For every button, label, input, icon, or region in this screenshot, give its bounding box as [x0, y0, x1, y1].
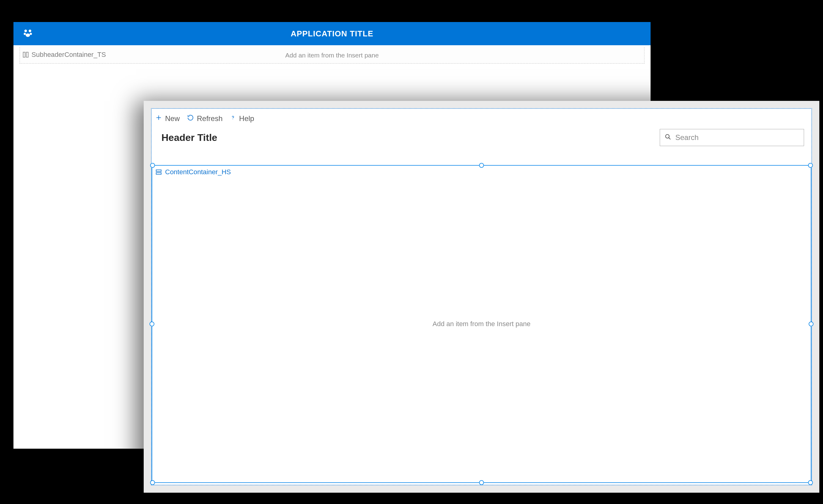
content-container[interactable]: ContentContainer_HS Add an item from the… [152, 165, 811, 483]
app-logo-icon [23, 28, 33, 39]
plus-icon [155, 114, 162, 123]
svg-line-11 [669, 138, 671, 140]
refresh-label: Refresh [197, 114, 222, 123]
container-vertical-icon [22, 51, 29, 58]
refresh-button[interactable]: Refresh [187, 114, 222, 123]
search-box[interactable] [660, 129, 804, 146]
resize-handle-left[interactable] [150, 322, 154, 326]
command-bar: New Refresh Help [152, 109, 811, 126]
resize-handle-top-right[interactable] [808, 163, 813, 168]
content-container-label: ContentContainer_HS [165, 168, 231, 176]
page-header-title: Header Title [161, 132, 217, 143]
svg-point-1 [29, 30, 31, 32]
content-placeholder-text: Add an item from the Insert pane [433, 320, 530, 328]
svg-point-10 [666, 135, 669, 138]
help-button[interactable]: Help [230, 114, 254, 123]
new-button[interactable]: New [155, 114, 180, 123]
screen-canvas[interactable]: New Refresh Help Header Title [151, 108, 812, 485]
resize-handle-bottom[interactable] [479, 480, 484, 485]
svg-point-3 [30, 33, 32, 35]
resize-handle-bottom-right[interactable] [808, 480, 813, 485]
svg-point-4 [26, 33, 30, 37]
svg-rect-6 [26, 52, 28, 57]
help-icon [230, 114, 236, 123]
app-title: APPLICATION TITLE [13, 29, 651, 38]
search-icon [664, 133, 672, 142]
refresh-icon [187, 114, 194, 123]
svg-rect-5 [23, 52, 25, 57]
content-container-tag: ContentContainer_HS [155, 168, 231, 176]
subheader-container[interactable]: SubheaderContainer_TS Add an item from t… [20, 47, 644, 63]
svg-rect-13 [156, 173, 161, 175]
designer-front-window: New Refresh Help Header Title [144, 101, 819, 493]
resize-handle-top[interactable] [479, 163, 484, 168]
resize-handle-right[interactable] [809, 322, 814, 326]
subheader-container-tag: SubheaderContainer_TS [22, 51, 106, 59]
svg-point-2 [24, 33, 26, 35]
container-horizontal-icon [155, 169, 162, 175]
help-label: Help [239, 114, 254, 123]
svg-rect-12 [156, 170, 161, 172]
subheader-container-label: SubheaderContainer_TS [31, 51, 106, 59]
svg-point-0 [24, 30, 27, 32]
new-label: New [165, 114, 180, 123]
resize-handle-top-left[interactable] [150, 163, 155, 168]
app-titlebar: APPLICATION TITLE [13, 22, 651, 45]
svg-point-9 [233, 119, 233, 120]
header-row: Header Title [152, 126, 811, 152]
resize-handle-bottom-left[interactable] [150, 480, 155, 485]
subheader-placeholder-text: Add an item from the Insert pane [20, 52, 644, 59]
search-input[interactable] [675, 133, 800, 142]
